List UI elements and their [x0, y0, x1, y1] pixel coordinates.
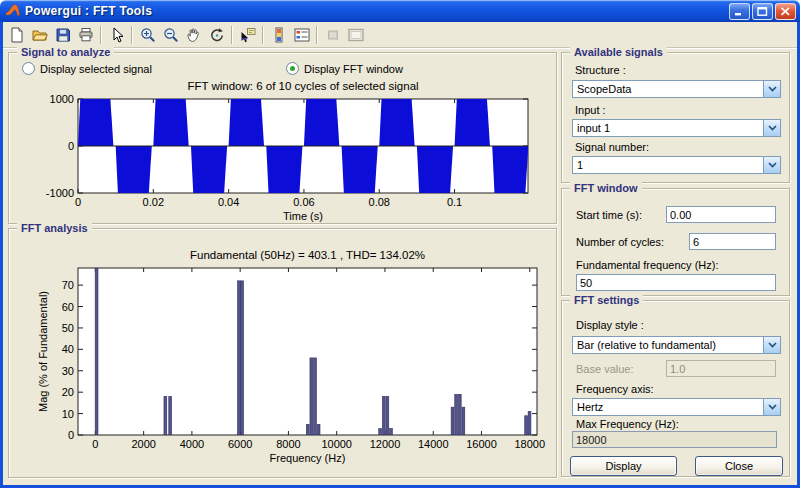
svg-text:1000: 1000: [50, 93, 74, 105]
structure-label: Structure :: [575, 64, 626, 76]
svg-text:0.04: 0.04: [218, 196, 239, 208]
display-button[interactable]: Display: [570, 456, 677, 476]
svg-text:0.06: 0.06: [293, 196, 314, 208]
svg-text:0: 0: [68, 140, 74, 152]
close-button[interactable]: [775, 3, 796, 20]
cycles-label: Number of cycles:: [576, 236, 664, 248]
display-style-select[interactable]: Bar (relative to fundamental): [572, 336, 781, 354]
zoom-out-icon[interactable]: [159, 24, 182, 45]
titlebar[interactable]: Powergui : FFT Tools: [0, 0, 800, 22]
radio-icon[interactable]: [22, 62, 35, 75]
svg-text:FFT window: 6 of 10 cycles of: FFT window: 6 of 10 cycles of selected s…: [187, 80, 418, 92]
input-label: Input :: [575, 104, 606, 116]
svg-text:40: 40: [62, 343, 74, 355]
input-value: input 1: [573, 122, 763, 134]
start-time-label: Start time (s):: [576, 209, 642, 221]
chevron-down-icon[interactable]: [763, 157, 780, 173]
svg-text:30: 30: [62, 365, 74, 377]
save-icon[interactable]: [51, 24, 74, 45]
structure-select[interactable]: ScopeData: [572, 80, 781, 98]
svg-text:2000: 2000: [131, 438, 155, 450]
svg-text:70: 70: [62, 279, 74, 291]
dialog-content: Signal to analyze Display selected signa…: [3, 48, 797, 485]
svg-text:0.02: 0.02: [143, 196, 164, 208]
insert-legend-icon[interactable]: [290, 24, 313, 45]
base-value-label: Base value:: [576, 363, 633, 375]
matlab-app-icon: [5, 3, 21, 19]
chevron-down-icon[interactable]: [763, 81, 780, 97]
frequency-axis-label: Frequency axis:: [576, 383, 654, 395]
insert-colorbar-icon[interactable]: [267, 24, 290, 45]
fft-settings-title: FFT settings: [570, 294, 643, 307]
base-value-input: [666, 360, 776, 377]
display-style-label: Display style :: [576, 319, 644, 331]
frequency-axis-value: Hertz: [573, 401, 763, 413]
new-document-icon[interactable]: [5, 24, 28, 45]
svg-text:Fundamental (50Hz) = 403.1 , T: Fundamental (50Hz) = 403.1 , THD= 134.02…: [190, 249, 425, 261]
chevron-down-icon[interactable]: [763, 399, 780, 415]
svg-text:10: 10: [62, 408, 74, 420]
signal-panel-title: Signal to analyze: [17, 46, 114, 59]
svg-text:Mag (% of Fundamental): Mag (% of Fundamental): [37, 291, 49, 412]
svg-text:10000: 10000: [321, 438, 352, 450]
fft-panel-title: FFT analysis: [17, 222, 92, 235]
toolbar-separator: [316, 26, 318, 44]
svg-text:0: 0: [92, 438, 98, 450]
chevron-down-icon[interactable]: [763, 337, 780, 353]
svg-text:6000: 6000: [228, 438, 252, 450]
fft-window-title: FFT window: [570, 182, 642, 195]
pan-hand-icon[interactable]: [182, 24, 205, 45]
svg-text:20: 20: [62, 386, 74, 398]
fft-settings-panel: FFT settings Display style : Bar (relati…: [561, 300, 790, 477]
signal-number-value: 1: [573, 159, 763, 171]
radio-label: Display FFT window: [304, 63, 403, 75]
max-frequency-input[interactable]: [572, 431, 777, 448]
available-signals-title: Available signals: [570, 46, 667, 59]
toolbar-separator: [131, 26, 133, 44]
signal-to-analyze-panel: Signal to analyze Display selected signa…: [8, 52, 557, 224]
minimize-button[interactable]: [729, 3, 750, 20]
maximize-button[interactable]: [752, 3, 773, 20]
start-time-input[interactable]: [666, 206, 776, 223]
svg-text:14000: 14000: [418, 438, 449, 450]
svg-text:60: 60: [62, 301, 74, 313]
radio-display-fft-window[interactable]: Display FFT window: [286, 62, 403, 75]
open-folder-icon[interactable]: [28, 24, 51, 45]
svg-text:4000: 4000: [180, 438, 204, 450]
available-signals-panel: Available signals Structure : ScopeData …: [561, 52, 790, 183]
fft-spectrum-chart: 0200040006000800010000120001400016000180…: [9, 243, 556, 475]
arrow-cursor-icon[interactable]: [105, 24, 128, 45]
rotate-3d-icon[interactable]: [205, 24, 228, 45]
fft-analysis-panel: FFT analysis 020004000600080001000012000…: [8, 228, 557, 478]
toolbar: [3, 22, 797, 48]
svg-text:16000: 16000: [466, 438, 497, 450]
fundamental-frequency-input[interactable]: [576, 274, 776, 291]
svg-text:12000: 12000: [370, 438, 401, 450]
signal-number-select[interactable]: 1: [572, 156, 781, 174]
print-icon[interactable]: [74, 24, 97, 45]
svg-text:8000: 8000: [276, 438, 300, 450]
zoom-in-icon[interactable]: [136, 24, 159, 45]
svg-text:0: 0: [68, 429, 74, 441]
radio-selected-icon[interactable]: [286, 62, 299, 75]
time-domain-chart: 00.020.040.060.080.1-100001000FFT window…: [9, 75, 556, 223]
max-frequency-label: Max Frequency (Hz):: [576, 418, 679, 430]
frequency-axis-select[interactable]: Hertz: [572, 398, 781, 416]
radio-label: Display selected signal: [40, 63, 152, 75]
radio-display-selected-signal[interactable]: Display selected signal: [22, 62, 152, 75]
toolbar-separator: [231, 26, 233, 44]
chevron-down-icon[interactable]: [763, 120, 780, 136]
signal-number-label: Signal number:: [575, 141, 649, 153]
svg-text:0.1: 0.1: [447, 196, 462, 208]
close-button-action[interactable]: Close: [695, 456, 783, 476]
svg-text:Frequency (Hz): Frequency (Hz): [270, 452, 346, 464]
svg-text:-1000: -1000: [46, 187, 74, 199]
toolbar-separator: [262, 26, 264, 44]
window-title: Powergui : FFT Tools: [25, 4, 152, 18]
data-cursor-icon[interactable]: [236, 24, 259, 45]
svg-text:50: 50: [62, 322, 74, 334]
number-of-cycles-input[interactable]: [689, 233, 776, 250]
powergui-fft-tools-window: Powergui : FFT Tools: [0, 0, 800, 488]
svg-text:0: 0: [75, 196, 81, 208]
input-select[interactable]: input 1: [572, 119, 781, 137]
